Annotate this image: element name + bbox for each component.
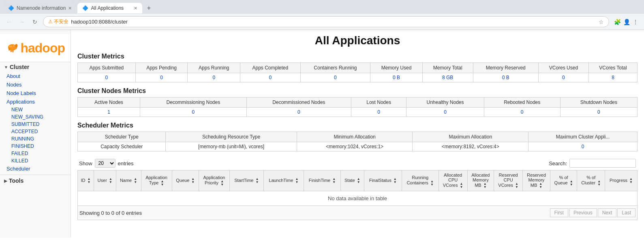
table-footer: Showing 0 to 0 of 0 entries First Previo…: [77, 206, 638, 220]
sort-progress: ▲▼: [629, 177, 633, 184]
sidebar-tools-section[interactable]: ▶ Tools: [0, 175, 71, 186]
next-button[interactable]: Next: [598, 208, 617, 217]
svg-point-8: [14, 46, 15, 46]
sidebar-item-applications[interactable]: Applications: [0, 97, 71, 106]
th-progress[interactable]: Progress ▲▼: [605, 171, 638, 191]
address-bar-icons: ☆: [599, 19, 604, 25]
val-apps-completed: 0: [240, 73, 300, 82]
col-max-cluster-appli: Maximum Cluster Appli...: [528, 132, 638, 142]
th-app-priority[interactable]: ApplicationPriority ▲▼: [199, 171, 230, 191]
sidebar-item-node-labels[interactable]: Node Labels: [0, 89, 71, 97]
sidebar-item-about[interactable]: About: [0, 72, 71, 80]
th-running-containers[interactable]: RunningContainers ▲▼: [402, 171, 439, 191]
col-apps-completed: Apps Completed: [240, 63, 300, 73]
sidebar-item-scheduler[interactable]: Scheduler: [0, 164, 71, 173]
sidebar-item-accepted[interactable]: ACCEPTED: [0, 128, 71, 135]
cluster-metrics-title: Cluster Metrics: [77, 53, 638, 60]
val-vcores-used: 0: [538, 73, 588, 82]
tab-close-icon[interactable]: ✕: [68, 6, 72, 11]
previous-button[interactable]: Previous: [569, 208, 597, 217]
val-memory-total: 8 GB: [422, 73, 473, 82]
browser-chrome: 🔷 Namenode information ✕ 🔷 All Applicati…: [0, 0, 644, 30]
menu-icon[interactable]: ⋮: [633, 19, 638, 25]
val-max-allocation: <memory:8192, vCores:4>: [413, 142, 528, 151]
entries-select[interactable]: 10 20 25 50 100: [95, 159, 116, 168]
val-max-cluster-appli: 0: [528, 142, 638, 151]
reload-button[interactable]: ↻: [30, 17, 40, 27]
val-apps-running: 0: [188, 73, 240, 82]
th-reserved-memory[interactable]: ReservedMemoryMB ▲▼: [523, 171, 550, 191]
val-shutdown: 0: [560, 108, 637, 117]
sidebar-item-running[interactable]: RUNNING: [0, 135, 71, 143]
extensions-icon[interactable]: 🧩: [614, 19, 621, 25]
th-state[interactable]: State ▲▼: [341, 171, 364, 191]
new-tab-button[interactable]: +: [143, 2, 154, 14]
cluster-metrics-row: 0 0 0 0 0 0 B 8 GB 0 B 0 8: [78, 73, 638, 82]
sidebar-item-nodes[interactable]: Nodes: [0, 80, 71, 89]
sidebar-item-new-saving[interactable]: NEW_SAVING: [0, 113, 71, 121]
col-apps-submitted: Apps Submitted: [78, 63, 136, 73]
tab-all-applications[interactable]: 🔷 All Applications ✕: [77, 3, 142, 13]
th-app-type[interactable]: ApplicationType ▲▼: [141, 171, 172, 191]
sort-running-containers: ▲▼: [430, 180, 434, 186]
col-rebooted-nodes: Rebooted Nodes: [484, 97, 560, 108]
th-final-status[interactable]: FinalStatus ▲▼: [364, 171, 402, 191]
th-alloc-memory[interactable]: AllocatedMemoryMB ▲▼: [467, 171, 494, 191]
col-memory-reserved: Memory Reserved: [473, 63, 538, 73]
col-min-allocation: Minimum Allocation: [297, 132, 413, 142]
sidebar-item-finished[interactable]: FINISHED: [0, 143, 71, 150]
th-id[interactable]: ID ▲▼: [78, 171, 94, 191]
tab-label-2: All Applications: [91, 5, 124, 11]
sidebar-cluster-section: ▼ Cluster About Nodes Node Labels Applic…: [0, 62, 71, 173]
address-input[interactable]: ⚠ 不安全 hadoop100:8088/cluster ☆: [43, 16, 609, 27]
th-pct-queue[interactable]: % ofQueue ▲▼: [550, 171, 577, 191]
sort-final-status: ▲▼: [394, 177, 397, 184]
back-button[interactable]: ←: [4, 17, 14, 27]
sidebar-item-failed[interactable]: FAILED: [0, 150, 71, 157]
th-finish-time[interactable]: FinishTime ▲▼: [304, 171, 340, 191]
sort-start-time: ▲▼: [256, 177, 259, 184]
sidebar-cluster-header[interactable]: ▼ Cluster: [0, 62, 71, 72]
val-rebooted: 0: [484, 108, 560, 117]
sort-reserved-cpu: ▲▼: [515, 182, 518, 189]
last-button[interactable]: Last: [617, 208, 635, 217]
entries-label: entries: [118, 160, 134, 166]
th-user[interactable]: User ▲▼: [94, 171, 116, 191]
th-start-time[interactable]: StartTime ▲▼: [229, 171, 263, 191]
bookmark-icon[interactable]: ☆: [599, 19, 604, 25]
sort-app-type: ▲▼: [161, 180, 164, 186]
col-max-allocation: Maximum Allocation: [413, 132, 528, 142]
sidebar-item-killed[interactable]: KILLED: [0, 157, 71, 164]
tab-namenode[interactable]: 🔷 Namenode information ✕: [3, 3, 77, 13]
tab-close-icon-2[interactable]: ✕: [134, 6, 137, 11]
security-warning-icon: ⚠ 不安全: [48, 18, 68, 25]
th-pct-cluster[interactable]: % ofCluster ▲▼: [577, 171, 605, 191]
val-apps-pending: 0: [135, 73, 188, 82]
col-apps-running: Apps Running: [188, 63, 240, 73]
th-name[interactable]: Name ▲▼: [116, 171, 141, 191]
sidebar-item-submitted[interactable]: SUBMITTED: [0, 121, 71, 128]
cluster-nodes-row: 1 0 0 0 0 0 0: [78, 108, 638, 117]
sort-app-priority: ▲▼: [220, 180, 224, 186]
cluster-nodes-table: Active Nodes Decommissioning Nodes Decom…: [77, 97, 638, 117]
page-layout: hadoop ▼ Cluster About Nodes Node Labels…: [0, 30, 644, 238]
sidebar-item-new[interactable]: NEW: [0, 106, 71, 113]
pagination-controls: First Previous Next Last: [550, 208, 635, 217]
first-button[interactable]: First: [550, 208, 568, 217]
tools-label: Tools: [9, 177, 24, 184]
th-alloc-cpu[interactable]: AllocatedCPUVCores ▲▼: [439, 171, 467, 191]
svg-point-9: [9, 45, 13, 48]
search-input[interactable]: [569, 159, 636, 168]
th-reserved-cpu[interactable]: ReservedCPUVCores ▲▼: [494, 171, 523, 191]
sort-name: ▲▼: [134, 177, 137, 184]
val-vcores-total: 8: [588, 73, 637, 82]
sidebar: hadoop ▼ Cluster About Nodes Node Labels…: [0, 30, 71, 238]
user-icon[interactable]: 👤: [623, 19, 630, 25]
forward-button[interactable]: →: [17, 17, 27, 27]
th-launch-time[interactable]: LaunchTime ▲▼: [263, 171, 304, 191]
svg-point-2: [15, 44, 18, 47]
th-queue[interactable]: Queue ▲▼: [172, 171, 199, 191]
col-shutdown-nodes: Shutdown Nodes: [560, 97, 637, 108]
scheduler-metrics-table: Scheduler Type Scheduling Resource Type …: [77, 132, 638, 151]
sort-alloc-cpu: ▲▼: [460, 182, 463, 189]
